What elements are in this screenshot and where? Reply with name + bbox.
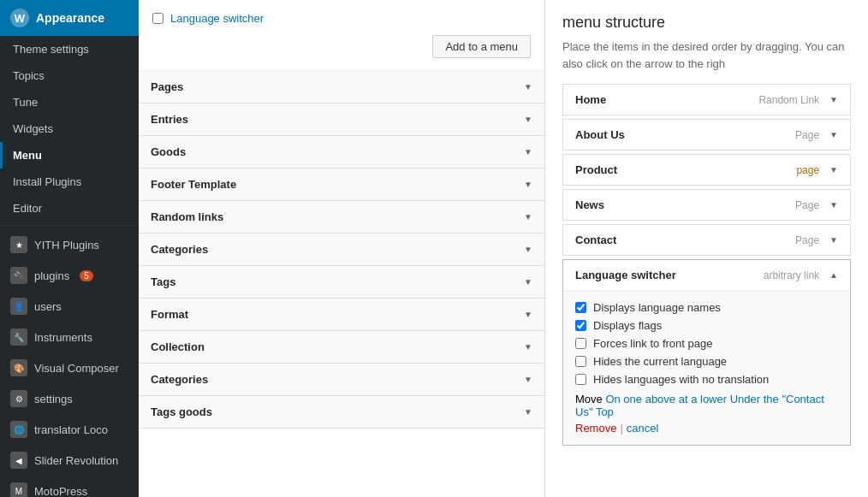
sidebar-item-tune[interactable]: Tune: [0, 89, 139, 115]
menu-structure-title: menu structure: [562, 14, 851, 32]
accordion-header-random-links[interactable]: Random links▼: [139, 201, 544, 233]
menu-item-meta-language-switcher: arbitrary link: [764, 269, 819, 281]
accordion-item-goods: Goods▼: [139, 136, 544, 169]
translator-loco-label: translator Loco: [34, 423, 108, 436]
sidebar-group-instruments[interactable]: 🔧Instruments: [0, 322, 139, 352]
accordion-header-tags-goods[interactable]: Tags goods▼: [139, 396, 544, 428]
menu-item-meta-product: page: [796, 164, 819, 176]
menu-item-header-about-us[interactable]: About UsPage▼: [563, 120, 850, 150]
accordion-label-footer-template: Footer Template: [151, 178, 236, 191]
accordion-label-goods: Goods: [151, 145, 186, 158]
sidebar-item-theme-settings[interactable]: Theme settings: [0, 36, 139, 62]
move-link-one-above[interactable]: On one above at a lower: [605, 393, 727, 405]
language-switcher-checkbox[interactable]: [152, 13, 163, 24]
menu-item-title-home: Home: [575, 93, 606, 106]
wp-icon: W: [10, 9, 29, 27]
menu-item-home: HomeRandom Link▼: [562, 84, 851, 115]
users-label: users: [34, 300, 62, 313]
menu-item-header-home[interactable]: HomeRandom Link▼: [563, 85, 850, 115]
yith-plugins-icon: ★: [10, 236, 27, 253]
sidebar: W Appearance Theme settingsTopicsTuneWid…: [0, 0, 139, 497]
accordion-label-collection: Collection: [151, 340, 205, 353]
menu-item-title-about-us: About Us: [575, 128, 625, 141]
visual-composer-label: Visual Composer: [34, 362, 119, 375]
accordion-item-pages: Pages▼: [139, 71, 544, 104]
accordion-header-footer-template[interactable]: Footer Template▼: [139, 169, 544, 200]
menu-item-header-contact[interactable]: ContactPage▼: [563, 225, 850, 255]
plugins-label: plugins: [34, 269, 69, 282]
accordion-item-random-links: Random links▼: [139, 201, 544, 234]
checkbox-hide-current[interactable]: [575, 356, 586, 367]
cancel-link[interactable]: cancel: [627, 422, 659, 435]
accordion-header-format[interactable]: Format▼: [139, 299, 544, 330]
accordion-arrow-random-links: ▼: [524, 212, 532, 222]
plugins-icon: 🔌: [10, 267, 27, 284]
menu-item-header-language-switcher[interactable]: Language switcherarbitrary link▲: [563, 260, 850, 290]
plugins-badge: 5: [80, 270, 93, 281]
language-switcher-label[interactable]: Language switcher: [170, 12, 264, 25]
menu-item-product: Productpage▼: [562, 154, 851, 186]
accordion-container: Pages▼Entries▼Goods▼Footer Template▼Rand…: [139, 71, 544, 429]
menu-item-arrow-about-us[interactable]: ▼: [829, 130, 838, 139]
menu-item-arrow-product[interactable]: ▼: [829, 165, 838, 175]
sidebar-item-editor[interactable]: Editor: [0, 195, 139, 222]
checkbox-force-front[interactable]: [575, 338, 586, 349]
sidebar-group-users[interactable]: 👤users: [0, 291, 139, 322]
checkbox-hide-no-translation[interactable]: [575, 374, 586, 385]
menu-item-right-about-us: Page▼: [795, 129, 838, 141]
checkbox-display-flags[interactable]: [575, 320, 586, 331]
accordion-item-tags-goods: Tags goods▼: [139, 396, 544, 429]
motopress-label: MotoPress: [34, 485, 87, 498]
label-hide-current: Hides the current language: [593, 355, 727, 368]
option-display-flags: Displays flags: [575, 319, 838, 332]
label-display-flags: Displays flags: [593, 319, 662, 332]
sidebar-group-motopress[interactable]: MMotoPress: [0, 476, 139, 497]
visual-composer-icon: 🎨: [10, 359, 27, 376]
accordion-item-format: Format▼: [139, 299, 544, 331]
accordion-header-pages[interactable]: Pages▼: [139, 71, 544, 103]
menu-item-header-news[interactable]: NewsPage▼: [563, 190, 850, 220]
slider-revolution-icon: ◀: [10, 452, 27, 469]
move-links: Move On one above at a lower Under the "…: [575, 393, 838, 418]
sidebar-group-translator-loco[interactable]: 🌐translator Loco: [0, 414, 139, 445]
accordion-header-categories2[interactable]: Categories▼: [139, 364, 544, 395]
sidebar-item-topics[interactable]: Topics: [0, 62, 139, 89]
option-hide-no-translation: Hides languages with no translation: [575, 373, 838, 386]
accordion-label-format: Format: [151, 308, 188, 321]
menu-item-arrow-news[interactable]: ▼: [829, 200, 838, 210]
translator-loco-icon: 🌐: [10, 421, 27, 438]
add-to-menu-button[interactable]: Add to a menu: [432, 35, 531, 58]
accordion-arrow-categories: ▼: [524, 245, 532, 254]
menu-item-arrow-contact[interactable]: ▼: [829, 235, 838, 245]
sidebar-group-slider-revolution[interactable]: ◀Slider Revolution: [0, 445, 139, 476]
accordion-header-goods[interactable]: Goods▼: [139, 136, 544, 168]
menu-item-header-product[interactable]: Productpage▼: [563, 155, 850, 185]
sidebar-group-visual-composer[interactable]: 🎨Visual Composer: [0, 352, 139, 383]
menu-item-title-contact: Contact: [575, 234, 616, 246]
accordion-header-tags[interactable]: Tags▼: [139, 266, 544, 298]
accordion-header-categories[interactable]: Categories▼: [139, 234, 544, 265]
accordion-item-categories2: Categories▼: [139, 364, 544, 396]
menu-item-meta-home: Random Link: [758, 94, 819, 106]
action-separator: |: [620, 422, 622, 435]
sidebar-item-menu[interactable]: Menu: [0, 142, 139, 169]
menu-item-arrow-language-switcher[interactable]: ▲: [829, 270, 838, 280]
accordion-item-footer-template: Footer Template▼: [139, 169, 544, 201]
left-panel-top: Language switcher Add to a menu: [139, 0, 544, 71]
sidebar-header: W Appearance: [0, 0, 139, 36]
sidebar-group-plugins[interactable]: 🔌plugins5: [0, 260, 139, 291]
menu-item-arrow-home[interactable]: ▼: [829, 95, 838, 104]
sidebar-group-settings[interactable]: ⚙settings: [0, 383, 139, 414]
checkbox-display-names[interactable]: [575, 302, 586, 313]
sidebar-item-install-plugins[interactable]: Install Plugins: [0, 169, 139, 195]
sidebar-item-widgets[interactable]: Widgets: [0, 115, 139, 142]
accordion-header-collection[interactable]: Collection▼: [139, 331, 544, 363]
menu-item-right-contact: Page▼: [795, 234, 838, 246]
accordion-item-entries: Entries▼: [139, 104, 544, 136]
accordion-header-entries[interactable]: Entries▼: [139, 104, 544, 135]
remove-link[interactable]: Remove: [575, 422, 616, 435]
option-display-names: Displays language names: [575, 301, 838, 314]
accordion-arrow-tags-goods: ▼: [524, 407, 532, 417]
sidebar-group-yith-plugins[interactable]: ★YITH Plugins: [0, 229, 139, 260]
language-switcher-row: Language switcher: [152, 12, 531, 25]
